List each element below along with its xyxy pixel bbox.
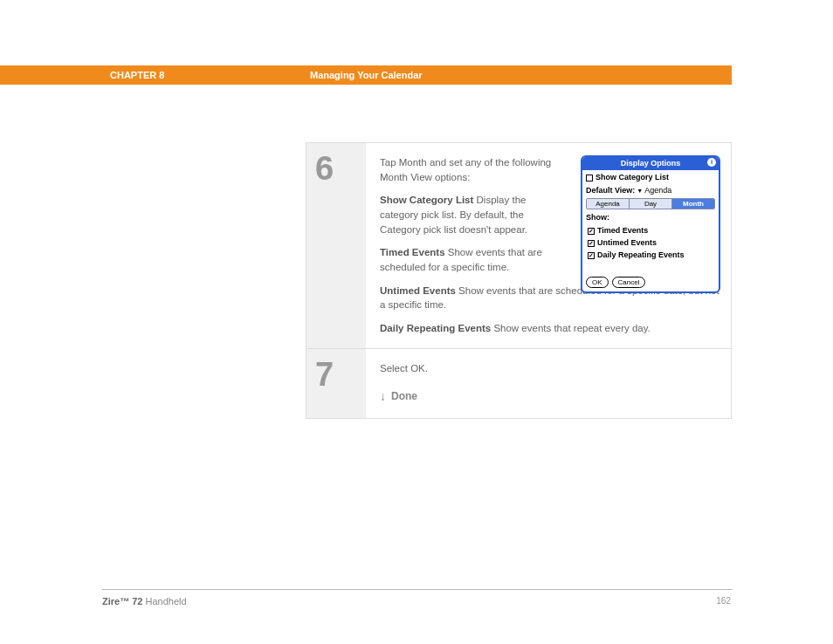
checkbox-label: Show Category List [595,172,669,183]
dialog-buttons: OK Cancel [586,277,715,288]
default-view-row[interactable]: Default View: ▼ Agenda [586,185,715,196]
display-options-dialog: Display Options i Show Category List Def… [581,155,720,293]
chapter-label: CHAPTER 8 [110,70,164,80]
option-daily-repeating: Daily Repeating Events Show events that … [380,321,720,336]
checkbox-label: Daily Repeating Events [597,250,685,261]
step-6: 6 Tap Month and set any of the following… [306,143,731,349]
checkbox-checked-icon[interactable]: ✓ [588,252,595,259]
page-number: 162 [716,596,731,606]
step7-text: Select OK. [380,361,720,376]
timed-events-row[interactable]: ✓ Timed Events [588,225,715,236]
done-label: Done [391,389,417,404]
ok-button[interactable]: OK [586,277,609,288]
steps-block: 6 Tap Month and set any of the following… [306,142,732,419]
header-bar: CHAPTER 8 Managing Your Calendar [0,65,732,85]
opt-label: Show Category List [380,195,473,205]
opt-label: Daily Repeating Events [380,323,491,333]
step-body: Tap Month and set any of the following M… [366,143,731,348]
done-row: ↓ Done [380,387,720,405]
checkbox-checked-icon[interactable]: ✓ [588,228,595,235]
dialog-title-bar: Display Options i [582,157,719,170]
tab-month[interactable]: Month [672,199,714,209]
done-arrow-icon: ↓ [380,387,386,405]
step-number: 6 [306,143,366,348]
daily-repeating-row[interactable]: ✓ Daily Repeating Events [588,250,715,261]
view-tabs: Agenda Day Month [586,198,715,209]
show-category-list-row[interactable]: Show Category List [586,172,715,183]
dropdown-icon[interactable]: ▼ [637,187,643,195]
section-title: Managing Your Calendar [310,70,423,80]
step-7: 7 Select OK. ↓ Done [306,349,731,418]
option-timed-events: Timed Events Show events that are schedu… [380,245,563,274]
step-body: Select OK. ↓ Done [366,349,731,418]
step6-intro: Tap Month and set any of the following M… [380,155,563,184]
show-options-list: ✓ Timed Events ✓ Untimed Events ✓ Daily … [588,225,715,261]
opt-label: Untimed Events [380,285,456,296]
option-show-category: Show Category List Display the category … [380,193,563,236]
product-name-rest: Handheld [142,596,186,606]
opt-text: Show events that repeat every day. [491,323,651,333]
checkbox-icon[interactable] [586,175,593,182]
untimed-events-row[interactable]: ✓ Untimed Events [588,237,715,249]
footer-product: Zire™ 72 Handheld [102,596,187,606]
checkbox-checked-icon[interactable]: ✓ [588,240,595,247]
checkbox-label: Timed Events [597,225,648,236]
tab-agenda[interactable]: Agenda [587,199,630,209]
footer-divider [102,589,733,590]
product-name-bold: Zire™ 72 [102,596,142,606]
default-view-label: Default View: [586,185,635,196]
checkbox-label: Untimed Events [597,237,657,249]
step-number: 7 [306,349,366,418]
dialog-body: Show Category List Default View: ▼ Agend… [582,170,719,291]
default-view-value: Agenda [644,185,671,196]
tab-day[interactable]: Day [630,199,672,209]
info-icon[interactable]: i [707,158,716,167]
cancel-button[interactable]: Cancel [612,277,646,288]
opt-label: Timed Events [380,247,445,257]
dialog-title: Display Options [621,159,681,168]
show-heading: Show: [586,212,715,223]
